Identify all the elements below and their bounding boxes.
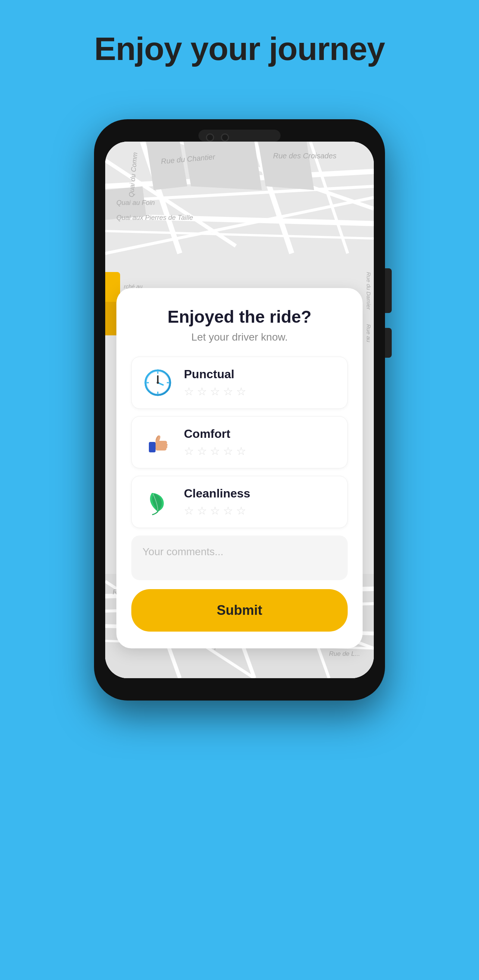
submit-button[interactable]: Submit [131, 589, 348, 632]
cleanliness-star-3[interactable]: ☆ [210, 504, 220, 517]
cleanliness-label: Cleanliness [184, 487, 336, 500]
svg-point-45 [156, 382, 159, 384]
star-1[interactable]: ☆ [184, 385, 194, 398]
camera-right-icon [221, 134, 229, 142]
comfort-star-3[interactable]: ☆ [210, 445, 220, 458]
svg-marker-12 [184, 142, 262, 190]
modal-subtitle: Let your driver know. [131, 331, 348, 343]
phone-mockup: Rue du Chantier Rue des Croisades Quai a… [94, 119, 385, 700]
cleanliness-stars[interactable]: ☆ ☆ ☆ ☆ ☆ [184, 504, 336, 517]
svg-marker-13 [258, 142, 314, 190]
cleanliness-star-5[interactable]: ☆ [236, 504, 246, 517]
rating-item-cleanliness[interactable]: Cleanliness ☆ ☆ ☆ ☆ ☆ [131, 476, 348, 528]
map-label-right: Rue du Damier [366, 272, 372, 310]
comfort-rating-info: Comfort ☆ ☆ ☆ ☆ ☆ [184, 427, 336, 458]
leaf-icon [143, 487, 173, 517]
svg-text:Quai aux Pierres de Taille: Quai aux Pierres de Taille [117, 214, 193, 221]
comfort-stars[interactable]: ☆ ☆ ☆ ☆ ☆ [184, 445, 336, 458]
map-label-right2: Rue au [366, 324, 372, 342]
cleanliness-star-4[interactable]: ☆ [223, 504, 233, 517]
power-button [385, 328, 392, 358]
thumbs-up-icon [143, 427, 173, 457]
svg-text:Quai au Foin: Quai au Foin [117, 199, 155, 207]
star-2[interactable]: ☆ [197, 385, 207, 398]
cleanliness-star-2[interactable]: ☆ [197, 504, 207, 517]
page-title: Enjoy your journey [94, 30, 385, 68]
svg-rect-50 [149, 442, 156, 452]
rating-item-punctual[interactable]: Punctual ☆ ☆ ☆ ☆ ☆ [131, 356, 348, 409]
comfort-star-2[interactable]: ☆ [197, 445, 207, 458]
map-background: Rue du Chantier Rue des Croisades Quai a… [105, 142, 374, 678]
punctual-label: Punctual [184, 368, 336, 381]
cleanliness-star-1[interactable]: ☆ [184, 504, 194, 517]
comfort-label: Comfort [184, 427, 336, 441]
punctual-stars[interactable]: ☆ ☆ ☆ ☆ ☆ [184, 385, 336, 398]
camera-left-icon [206, 134, 214, 142]
comments-box[interactable]: Your comments... [131, 535, 348, 580]
review-modal: Enjoyed the ride? Let your driver know. [117, 288, 362, 648]
phone-body: Rue du Chantier Rue des Croisades Quai a… [94, 119, 385, 700]
star-4[interactable]: ☆ [223, 385, 233, 398]
svg-text:Rue des Croisades: Rue des Croisades [273, 152, 337, 160]
cleanliness-rating-info: Cleanliness ☆ ☆ ☆ ☆ ☆ [184, 487, 336, 517]
modal-title: Enjoyed the ride? [131, 307, 348, 327]
clock-icon [143, 368, 173, 398]
comfort-star-4[interactable]: ☆ [223, 445, 233, 458]
volume-button [385, 268, 392, 313]
comments-placeholder: Your comments... [142, 546, 224, 557]
comfort-star-5[interactable]: ☆ [236, 445, 246, 458]
comfort-star-1[interactable]: ☆ [184, 445, 194, 458]
phone-screen: Rue du Chantier Rue des Croisades Quai a… [105, 142, 374, 678]
punctual-rating-info: Punctual ☆ ☆ ☆ ☆ ☆ [184, 368, 336, 398]
star-5[interactable]: ☆ [236, 385, 246, 398]
svg-text:Rue de L...: Rue de L... [329, 650, 360, 657]
rating-item-comfort[interactable]: Comfort ☆ ☆ ☆ ☆ ☆ [131, 416, 348, 468]
star-3[interactable]: ☆ [210, 385, 220, 398]
